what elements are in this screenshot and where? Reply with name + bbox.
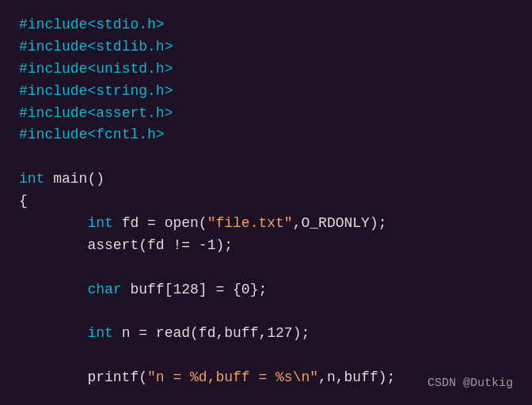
line-12 — [19, 257, 513, 279]
line-6: #include<fcntl.h> — [19, 124, 513, 146]
line-1: #include<stdio.h> — [19, 14, 513, 36]
line-10: int fd = open("file.txt",O_RDONLY); — [19, 213, 513, 235]
line-9: { — [19, 191, 513, 213]
line-7 — [19, 146, 513, 168]
line-16 — [19, 345, 513, 367]
watermark: CSDN @Dutkig — [428, 374, 513, 392]
code-container: #include<stdio.h> #include<stdlib.h> #in… — [0, 0, 532, 405]
line-15: int n = read(fd,buff,127); — [19, 323, 513, 345]
line-5: #include<assert.h> — [19, 103, 513, 125]
line-2: #include<stdlib.h> — [19, 36, 513, 59]
line-3: #include<unistd.h> — [19, 59, 513, 81]
line-11: assert(fd != -1); — [19, 235, 513, 257]
line-4: #include<string.h> — [19, 81, 513, 103]
line-13: char buff[128] = {0}; — [19, 279, 513, 301]
line-14 — [19, 301, 513, 324]
line-8: int main() — [19, 168, 513, 191]
